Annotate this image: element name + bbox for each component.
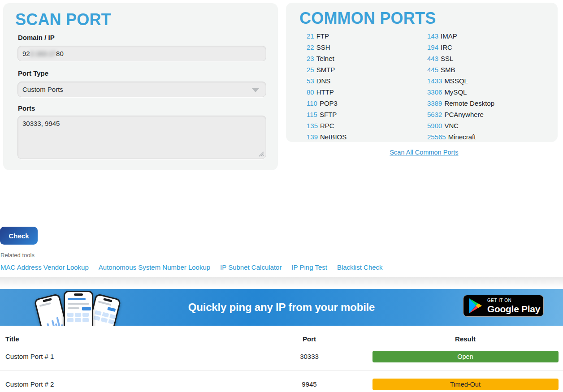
common-ports-title: COMMON PORTS	[299, 9, 436, 28]
common-port-item: 3389Remote Desktop	[427, 98, 494, 109]
domain-ip-value-redacted: 2.163.17	[30, 50, 56, 57]
common-port-item: 115SFTP	[307, 109, 346, 120]
chevron-down-icon	[252, 88, 259, 92]
results-header-result: Result	[368, 335, 563, 343]
common-ports-column-1: 21FTP 22SSH 23Telnet 25SMTP 53DNS 80HTTP…	[307, 30, 346, 142]
related-tools-links: MAC Address Vendor Lookup Autonomous Sys…	[0, 263, 383, 271]
resize-handle-icon[interactable]	[259, 151, 264, 157]
common-port-item: 3306MySQL	[427, 86, 494, 98]
phone-mockup-center	[64, 291, 93, 326]
link-ip-ping-test[interactable]: IP Ping Test	[291, 263, 327, 271]
domain-ip-input[interactable]: 922.163.1780	[17, 46, 266, 61]
common-port-item: 143IMAP	[427, 30, 494, 42]
common-port-item: 1433MSSQL	[427, 75, 494, 86]
link-blacklist-check[interactable]: Blacklist Check	[337, 263, 383, 271]
scan-results-table: Title Port Result Custom Port # 1 30333 …	[0, 326, 563, 392]
result-row-port: 30333	[251, 353, 368, 360]
scan-all-common-ports-link[interactable]: Scan All Common Ports	[390, 149, 458, 156]
status-badge-timed-out[interactable]: Timed-Out	[372, 379, 559, 390]
mini-app-icons	[67, 313, 89, 322]
ports-label: Ports	[18, 104, 35, 112]
domain-ip-label: Domain / IP	[18, 34, 55, 41]
ports-textarea[interactable]: 30333, 9945	[17, 116, 266, 159]
scan-all-common-ports-wrap: Scan All Common Ports	[285, 148, 563, 156]
common-port-item: 25565Minecraft	[427, 131, 494, 142]
mini-form-chips	[93, 310, 117, 324]
common-port-item: 110POP3	[307, 98, 346, 109]
link-asn-lookup[interactable]: Autonomous System Number Lookup	[99, 263, 210, 271]
port-type-value: Custom Ports	[22, 86, 63, 93]
common-port-item: 5900VNC	[427, 120, 494, 131]
common-port-item: 21FTP	[307, 30, 346, 42]
result-row: Custom Port # 2 9945 Timed-Out	[0, 370, 563, 392]
common-port-item: 23Telnet	[307, 53, 346, 64]
results-header-port: Port	[251, 335, 368, 343]
check-button[interactable]: Check	[0, 227, 38, 245]
phone-mockups	[39, 290, 115, 326]
result-row-port: 9945	[251, 380, 368, 388]
port-type-select[interactable]: Custom Ports	[17, 82, 266, 97]
common-port-item: 443SSL	[427, 53, 494, 64]
common-port-item: 135RPC	[307, 120, 346, 131]
link-ip-subnet-calculator[interactable]: IP Subnet Calculator	[220, 263, 282, 271]
domain-ip-value-end: 80	[56, 50, 64, 57]
status-badge-open[interactable]: Open	[372, 351, 559, 362]
common-port-item: 25SMTP	[307, 64, 346, 75]
common-port-item: 445SMB	[427, 64, 494, 75]
result-row-title: Custom Port # 1	[0, 353, 251, 360]
mobile-app-banner: Quickly ping any IP from your mobile GET…	[0, 289, 563, 326]
google-play-badge[interactable]: GET IT ON Google Play	[463, 295, 544, 317]
badge-get-it-on: GET IT ON	[487, 298, 540, 303]
google-play-icon	[469, 298, 483, 313]
ports-value: 30333, 9945	[22, 120, 60, 127]
common-port-item: 5632PCAnywhere	[427, 109, 494, 120]
common-ports-panel: COMMON PORTS 21FTP 22SSH 23Telnet 25SMTP…	[286, 3, 558, 142]
common-port-item: 53DNS	[307, 75, 346, 86]
results-header-row: Title Port Result	[0, 335, 563, 343]
common-port-item: 139NetBIOS	[307, 131, 346, 142]
common-port-item: 22SSH	[307, 42, 346, 53]
scan-port-title: SCAN PORT	[15, 10, 111, 29]
section-divider-band	[0, 277, 563, 289]
link-mac-address-vendor-lookup[interactable]: MAC Address Vendor Lookup	[0, 263, 89, 271]
scan-port-panel: SCAN PORT Domain / IP 922.163.1780 Port …	[3, 3, 278, 170]
mini-chart-bars	[43, 316, 64, 326]
results-header-title: Title	[0, 335, 251, 343]
result-row-title: Custom Port # 2	[0, 380, 251, 388]
result-row: Custom Port # 1 30333 Open	[0, 343, 563, 370]
related-tools-label: Related tools	[0, 252, 35, 258]
badge-google-play: Google Play	[487, 304, 540, 314]
common-port-item: 194IRC	[427, 42, 494, 53]
domain-ip-value-start: 92	[22, 50, 30, 57]
common-port-item: 80HTTP	[307, 86, 346, 98]
port-type-label: Port Type	[18, 69, 48, 77]
common-ports-column-2: 143IMAP 194IRC 443SSL 445SMB 1433MSSQL 3…	[427, 30, 494, 142]
